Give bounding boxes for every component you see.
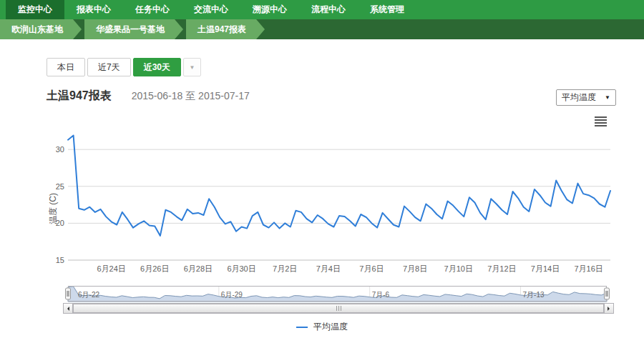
page-title: 土温947报表 (47, 89, 112, 104)
scrollbar-track[interactable] (73, 303, 604, 314)
nav-item-trace-center[interactable]: 溯源中心 (240, 0, 299, 19)
svg-text:7月8日: 7月8日 (403, 264, 427, 273)
nav-item-process-center[interactable]: 流程中心 (299, 0, 358, 19)
nav-item-report-center[interactable]: 报表中心 (64, 0, 123, 19)
report-page: 监控中心 报表中心 任务中心 交流中心 溯源中心 流程中心 系统管理 欧润山东基… (0, 0, 644, 343)
svg-text:7月-6: 7月-6 (372, 291, 390, 299)
legend-line-swatch (296, 327, 308, 328)
svg-text:7月2日: 7月2日 (273, 264, 297, 273)
navigator-handle-left (66, 288, 71, 299)
range-tabs: 本日 近7天 近30天 ▼ (47, 58, 201, 76)
chart-navigator[interactable]: 6月-226月-297月-67月-13 (68, 286, 607, 302)
legend-label: 平均温度 (313, 321, 348, 333)
breadcrumb-base[interactable]: 欧润山东基地 (0, 19, 82, 39)
svg-text:7月12日: 7月12日 (487, 264, 516, 273)
series-select[interactable]: 平均温度 ▼ (556, 89, 616, 106)
nav-item-communication-center[interactable]: 交流中心 (182, 0, 240, 19)
temperature-line-chart[interactable]: 152025306月24日6月26日6月28日6月30日7月2日7月4日7月6日… (43, 113, 630, 279)
breadcrumb-current-report[interactable]: 土温947报表 (186, 19, 265, 39)
svg-text:7月6日: 7月6日 (359, 264, 384, 273)
svg-text:7月14日: 7月14日 (531, 264, 560, 273)
svg-text:30: 30 (56, 145, 64, 154)
breadcrumb-sub-base[interactable]: 华盛果品一号基地 (84, 19, 183, 39)
svg-text:20: 20 (56, 219, 64, 227)
legend-item-average-temperature[interactable]: 平均温度 (0, 321, 644, 333)
top-nav: 监控中心 报表中心 任务中心 交流中心 溯源中心 流程中心 系统管理 (0, 0, 644, 19)
scrollbar-left-button[interactable] (63, 303, 73, 314)
series-line (68, 136, 610, 236)
scrollbar-right-button[interactable] (604, 303, 614, 314)
arrow-right-icon (608, 307, 612, 311)
range-dropdown-button[interactable]: ▼ (183, 58, 201, 76)
svg-text:25: 25 (56, 182, 64, 191)
date-range-text: 2015-06-18 至 2015-07-17 (132, 90, 250, 103)
svg-text:7月10日: 7月10日 (444, 264, 473, 273)
breadcrumb: 欧润山东基地 华盛果品一号基地 土温947报表 (0, 19, 644, 39)
svg-text:6月-22: 6月-22 (78, 291, 99, 299)
svg-text:7月-13: 7月-13 (523, 291, 545, 299)
nav-item-monitor-center[interactable]: 监控中心 (6, 0, 64, 19)
svg-text:6月30日: 6月30日 (227, 264, 255, 273)
arrow-left-icon (65, 307, 69, 311)
series-select-value: 平均温度 (562, 91, 596, 104)
chevron-down-icon: ▼ (190, 64, 195, 71)
tab-last-30-days[interactable]: 近30天 (133, 58, 181, 76)
scrollbar-thumb[interactable] (73, 304, 604, 313)
chart-scrollbar[interactable] (63, 303, 614, 314)
nav-item-system-management[interactable]: 系统管理 (358, 0, 416, 19)
svg-text:15: 15 (56, 256, 64, 264)
svg-text:6月24日: 6月24日 (97, 264, 125, 273)
svg-text:6月-29: 6月-29 (221, 291, 243, 299)
tab-last-7-days[interactable]: 近7天 (87, 58, 131, 76)
svg-text:6月26日: 6月26日 (140, 264, 169, 273)
tab-today[interactable]: 本日 (47, 58, 85, 76)
svg-text:7月4日: 7月4日 (316, 264, 341, 273)
navigator-handle-right (605, 288, 610, 299)
svg-text:7月16日: 7月16日 (575, 264, 603, 273)
nav-item-task-center[interactable]: 任务中心 (123, 0, 182, 19)
chevron-down-icon: ▼ (605, 94, 610, 101)
svg-text:6月28日: 6月28日 (184, 264, 213, 273)
title-row: 土温947报表 2015-06-18 至 2015-07-17 (47, 89, 250, 104)
